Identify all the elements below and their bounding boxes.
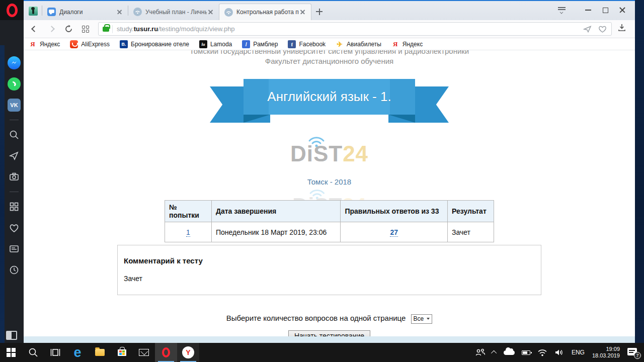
bookmark-label: Бронирование отеле [131, 41, 189, 48]
speed-dial-icon[interactable] [7, 199, 22, 214]
results-table-wrap: DiST24 № попытки Дата завершения Правиль… [165, 200, 494, 242]
bookmark-yandex-2[interactable]: ЯЯндекс [391, 38, 423, 50]
bookmark-yandex[interactable]: ЯЯндекс [29, 38, 60, 50]
secure-lock-icon[interactable] [103, 27, 109, 32]
search-panel-icon[interactable] [7, 127, 22, 142]
volume-icon[interactable] [551, 343, 568, 362]
downloads-icon[interactable] [617, 23, 630, 36]
bookmark-label: Авиабилеты [347, 41, 381, 48]
back-button[interactable] [28, 23, 41, 36]
bookmark-label: Яндекс [403, 41, 423, 48]
history-clock-icon[interactable] [7, 262, 22, 278]
people-icon[interactable] [472, 343, 489, 362]
per-page-select[interactable]: Все [411, 314, 433, 324]
window-controls [555, 0, 635, 20]
tab-close-icon[interactable] [116, 8, 124, 16]
tab-study-plan[interactable]: Учебный план - Личный [128, 4, 219, 20]
taskbar-yandex-browser-icon[interactable]: Y [177, 343, 199, 362]
microsoft-store-icon[interactable] [111, 343, 133, 362]
attempt-link[interactable]: 1 [186, 228, 190, 237]
bookmark-aliexpress[interactable]: AliExpress [70, 38, 110, 50]
rambler-icon: / [242, 40, 250, 48]
action-center-icon[interactable]: 7 [624, 343, 642, 362]
tray-expand-icon[interactable] [489, 343, 500, 362]
taskbar-search-icon[interactable] [22, 343, 44, 362]
page-footer-strip [24, 336, 635, 343]
tab-dialogs[interactable]: Диалоги [42, 4, 128, 20]
attempt-result: Зачет [448, 222, 494, 242]
speed-dial-grid-icon[interactable] [79, 23, 92, 36]
faculty-name: Факультет дистанционного обучения [24, 57, 635, 65]
table-header-row: № попытки Дата завершения Правильных отв… [165, 201, 494, 222]
col-result: Результат [448, 201, 494, 222]
task-view-icon[interactable] [44, 343, 66, 362]
city-year: Томск - 2018 [24, 177, 635, 186]
whatsapp-icon[interactable] [7, 76, 22, 92]
clock[interactable]: 19:09 18.03.2019 [588, 346, 624, 359]
pinned-tab[interactable] [29, 7, 38, 16]
dist-favicon [224, 8, 233, 17]
bookmark-label: Рамблер [253, 41, 278, 48]
plane-icon: ✈ [336, 40, 344, 48]
edge-icon[interactable]: e [66, 343, 89, 362]
tab-close-icon[interactable] [207, 8, 215, 16]
opera-menu-button[interactable] [0, 0, 24, 20]
url-text: study.tusur.ru/testing/mod/quiz/view.php [117, 25, 235, 33]
send-to-flow-icon[interactable] [583, 25, 593, 34]
start-button[interactable] [0, 343, 22, 362]
my-flow-icon[interactable] [7, 148, 22, 163]
language-indicator[interactable]: ENG [568, 343, 588, 362]
mail-icon[interactable] [133, 343, 155, 362]
messenger-icon[interactable] [7, 55, 22, 70]
battery-icon[interactable] [518, 343, 534, 362]
bookmark-avia[interactable]: ✈Авиабилеты [336, 38, 381, 50]
ribbon-band: Английский язык - 1. [244, 79, 415, 115]
tab-menu-icon[interactable] [555, 5, 569, 16]
close-button[interactable] [614, 4, 631, 17]
col-date: Дата завершения [211, 201, 340, 222]
bookmark-lamoda[interactable]: laLamoda [199, 38, 232, 50]
system-tray: ENG 19:09 18.03.2019 7 [472, 343, 644, 362]
bookmark-label: Facebook [299, 41, 326, 48]
bookmark-label: AliExpress [81, 41, 110, 48]
course-title: Английский язык - 1. [267, 89, 391, 105]
opera-sidebar: VK [0, 0, 24, 343]
chat-favicon [47, 8, 56, 16]
bookmarks-heart-icon[interactable] [7, 220, 22, 235]
taskbar-opera-icon[interactable] [155, 343, 177, 362]
vk-icon[interactable]: VK [7, 98, 22, 113]
new-tab-button[interactable] [311, 4, 327, 20]
col-correct: Правильных ответов из 33 [341, 201, 448, 222]
sidebar-divider [10, 120, 19, 120]
url-actions [583, 25, 607, 34]
reload-button[interactable] [62, 23, 75, 36]
bookmark-facebook[interactable]: fFacebook [288, 38, 326, 50]
lamoda-icon: la [199, 40, 207, 48]
personal-news-icon[interactable] [7, 241, 22, 256]
tab-title: Учебный план - Личный [145, 9, 207, 16]
dist-favicon [133, 8, 142, 16]
tab-title: Диалоги [59, 9, 116, 16]
logo-text-gold: 24 [343, 141, 368, 166]
sidebar-divider [10, 192, 19, 192]
booking-icon: B. [120, 40, 128, 48]
windows-taskbar: e Y ENG 19:09 18.03.2019 7 [0, 343, 644, 362]
url-field[interactable]: study.tusur.ru/testing/mod/quiz/view.php [98, 22, 612, 36]
tab-close-icon[interactable] [299, 8, 307, 16]
tab-quiz-active[interactable]: Контрольная работа по д [219, 4, 311, 20]
snapshot-camera-icon[interactable] [7, 169, 22, 185]
date: 18.03.2019 [592, 352, 620, 359]
forward-button[interactable] [45, 23, 58, 36]
wifi-tray-icon[interactable] [534, 343, 551, 362]
bookmark-rambler[interactable]: /Рамблер [242, 38, 278, 50]
correct-answers-link[interactable]: 27 [390, 228, 398, 237]
bookmark-heart-icon[interactable] [598, 25, 607, 33]
sidebar-panel-toggle-icon[interactable] [6, 331, 17, 340]
file-explorer-icon[interactable] [89, 343, 111, 362]
browser-window: VK [0, 0, 635, 343]
bookmark-label: Яндекс [40, 41, 60, 48]
bookmark-booking[interactable]: B.Бронирование отеле [120, 38, 189, 50]
maximize-button[interactable] [597, 4, 614, 17]
onedrive-cloud-icon[interactable] [500, 343, 518, 362]
minimize-button[interactable] [580, 4, 597, 17]
